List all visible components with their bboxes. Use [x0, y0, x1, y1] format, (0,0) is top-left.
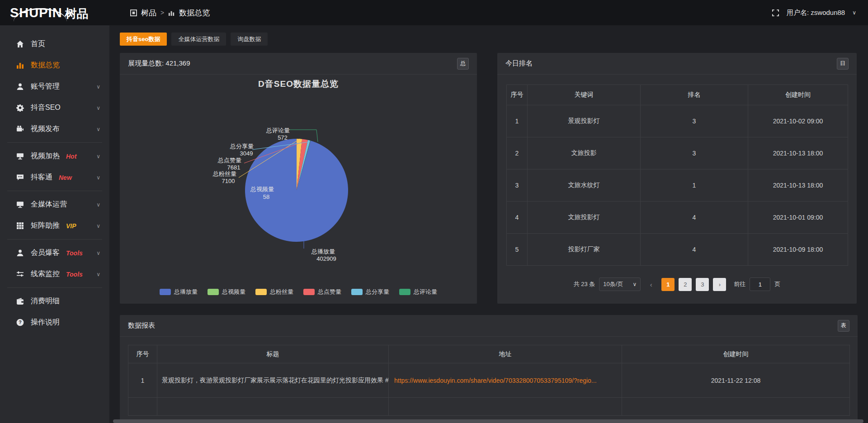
col-header-created: 创建时间 — [748, 85, 848, 105]
cell-index: 1 — [507, 105, 528, 137]
cell-rank: 1 — [641, 169, 748, 202]
page-button-1[interactable]: 1 — [661, 278, 675, 291]
logo[interactable]: SHUPIN 树品 — [0, 6, 109, 19]
cell-rank: 3 — [641, 105, 748, 137]
chart-legend: 总播放量 总视频量 总粉丝量 总点赞量 — [120, 288, 477, 296]
legend-label: 总分享量 — [366, 288, 389, 296]
sidebar-item-video-heat[interactable]: 视频加热 Hot ∨ — [0, 146, 109, 167]
chevron-down-icon: ∨ — [96, 174, 100, 181]
table-row[interactable]: 1 景观投影灯 3 2021-10-02 09:00 — [507, 105, 848, 137]
page-button-2[interactable]: 2 — [679, 278, 692, 291]
report-panel: 数据报表 表 序号 标题 地址 创建时间 1 景观投影灯，夜游景观投影灯厂家展示… — [120, 315, 858, 423]
report-table-header-row: 序号 标题 地址 创建时间 — [128, 345, 850, 363]
cell-index: 1 — [128, 363, 157, 398]
seo-pie-chart[interactable]: D音SEO数据量总览 — [120, 75, 477, 303]
table-row[interactable]: 4 文旅投影灯 4 2021-10-01 09:00 — [507, 202, 848, 234]
app-root: SHUPIN 树品 树品 > 数据总览 用户名: zswodun88 ∨ — [0, 0, 868, 423]
sidebar-item-home[interactable]: 首页 — [0, 33, 109, 55]
sidebar-item-lead-monitor[interactable]: 线索监控 Tools ∨ — [0, 263, 109, 285]
cell-created: 2021-10-13 18:00 — [748, 169, 848, 202]
grid-icon — [16, 222, 24, 230]
day-badge-button[interactable]: 日 — [837, 58, 849, 70]
rank-table-header-row: 序号 关键词 排名 创建时间 — [507, 85, 848, 105]
sidebar-item-video-publish[interactable]: 视频发布 ∨ — [0, 118, 109, 140]
home-icon — [16, 40, 24, 48]
pie-label-fans: 总粉丝量 — [212, 170, 236, 177]
question-circle-icon: ? — [16, 319, 24, 327]
col-header-keyword: 关键词 — [528, 85, 641, 105]
sidebar-item-account[interactable]: 账号管理 ∨ — [0, 76, 109, 97]
video-publish-icon — [16, 125, 24, 133]
video-link[interactable]: https://www.iesdouyin.com/share/video/70… — [394, 377, 597, 384]
legend-label: 总视频量 — [222, 288, 245, 296]
pie-label-comments: 总评论量 — [266, 127, 290, 134]
legend-item-videos[interactable]: 总视频量 — [208, 288, 245, 296]
sidebar-divider — [7, 142, 102, 143]
table-row[interactable]: 1 景观投影灯，夜游景观投影灯厂家展示展示落花灯在花园里的灯光投影应用效果 # … — [128, 363, 850, 398]
bar-chart-icon — [16, 61, 24, 70]
page-size-select[interactable]: 10条/页 ∨ — [599, 277, 641, 291]
cell-created: 2021-10-13 18:00 — [748, 137, 848, 169]
sidebar-item-spend-detail[interactable]: 消费明细 — [0, 291, 109, 312]
table-row[interactable]: 5 投影灯厂家 4 2021-10-09 18:00 — [507, 234, 848, 266]
sidebar-item-label: 线索监控 — [31, 269, 60, 279]
sidebar-item-media-operation[interactable]: 全媒体运营 ∨ — [0, 194, 109, 215]
legend-item-comments[interactable]: 总评论量 — [399, 288, 437, 296]
tab-inquiry-data[interactable]: 询盘数据 — [231, 33, 268, 46]
breadcrumb-root-icon — [130, 9, 137, 16]
sidebar-item-member-burst[interactable]: 会员爆客 Tools ∨ — [0, 242, 109, 263]
cell-title: 景观投影灯，夜游景观投影灯厂家展示展示落花灯在花园里的灯光投影应用效果 # — [157, 363, 389, 398]
breadcrumb-current[interactable]: 数据总览 — [179, 8, 210, 18]
user-caret-icon[interactable]: ∨ — [852, 9, 856, 16]
fullscreen-icon[interactable] — [772, 9, 779, 17]
legend-item-likes[interactable]: 总点赞量 — [303, 288, 341, 296]
pie-value-plays: 402909 — [316, 255, 336, 262]
goto-page-input[interactable] — [750, 277, 770, 291]
col-header-created: 创建时间 — [622, 345, 850, 363]
total-badge-button[interactable]: 总 — [457, 58, 469, 70]
legend-label: 总点赞量 — [318, 288, 341, 296]
next-page-button[interactable]: › — [713, 278, 726, 291]
table-badge-button[interactable]: 表 — [838, 320, 849, 332]
prev-page-button[interactable]: ‹ — [645, 278, 657, 291]
col-header-title: 标题 — [157, 345, 389, 363]
legend-item-plays[interactable]: 总播放量 — [160, 288, 198, 296]
sidebar-item-label: 会员爆客 — [31, 248, 60, 258]
horizontal-scrollbar[interactable] — [113, 419, 863, 423]
sidebar-item-matrix-boost[interactable]: 矩阵助推 VIP ∨ — [0, 215, 109, 236]
sidebar-item-data-overview[interactable]: 数据总览 — [0, 55, 109, 76]
sidebar-item-label: 账号管理 — [31, 82, 60, 91]
sidebar-item-douyin-seo[interactable]: 抖音SEO ∨ — [0, 97, 109, 118]
cell-keyword: 文旅投影灯 — [528, 202, 641, 234]
rank-panel-header: 今日排名 日 — [497, 53, 857, 75]
tab-douyin-seo-data[interactable]: 抖音seo数据 — [120, 33, 167, 46]
report-panel-header: 数据报表 表 — [120, 315, 858, 337]
username-label[interactable]: 用户名: zswodun88 — [787, 9, 845, 17]
pie-chart-svg: 总评论量 572 总分享量 3049 总点赞量 7681 总粉丝量 7100 总… — [120, 75, 477, 291]
user-icon — [16, 83, 24, 91]
svg-text:?: ? — [19, 320, 21, 325]
pie-label-plays: 总播放量 — [311, 248, 335, 255]
breadcrumb-root[interactable]: 树品 — [141, 8, 156, 18]
member-icon — [16, 249, 24, 257]
new-badge: New — [59, 174, 72, 181]
table-row[interactable]: 3 文旅水纹灯 1 2021-10-13 18:00 — [507, 169, 848, 202]
tab-media-operation-data[interactable]: 全媒体运营数据 — [171, 33, 226, 46]
cell-index: 3 — [507, 169, 528, 202]
legend-item-shares[interactable]: 总分享量 — [351, 288, 389, 296]
sidebar-item-label: 数据总览 — [31, 61, 60, 70]
sidebar-item-doukutong[interactable]: 抖客通 New ∨ — [0, 167, 109, 188]
page-button-3[interactable]: 3 — [696, 278, 709, 291]
col-header-index: 序号 — [128, 345, 157, 363]
legend-item-fans[interactable]: 总粉丝量 — [255, 288, 293, 296]
chevron-down-icon: ∨ — [96, 126, 100, 132]
chevron-down-icon: ∨ — [96, 223, 100, 229]
table-row[interactable]: 2 文旅投影 3 2021-10-13 18:00 — [507, 137, 848, 169]
rank-table: 序号 关键词 排名 创建时间 1 景观投影灯 3 2021-10-02 09:0… — [506, 85, 848, 266]
sidebar-item-label: 视频加热 — [31, 151, 60, 161]
sidebar-item-help[interactable]: ? 操作说明 — [0, 312, 109, 333]
chevron-down-icon: ∨ — [96, 105, 100, 111]
cell-created: 2021-10-09 18:00 — [748, 234, 848, 266]
sidebar-item-label: 矩阵助推 — [31, 221, 60, 230]
goto-suffix: 页 — [774, 280, 780, 288]
